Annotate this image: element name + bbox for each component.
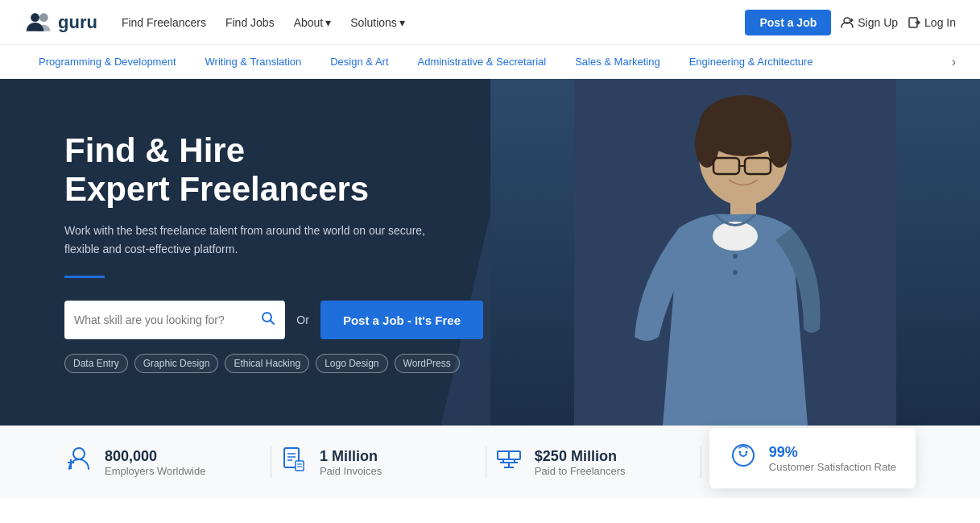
search-input[interactable] xyxy=(74,313,261,326)
tag-graphic-design[interactable]: Graphic Design xyxy=(134,354,219,373)
svg-point-0 xyxy=(31,13,39,22)
svg-point-38 xyxy=(738,451,741,454)
stat-satisfaction-label: Customer Satisfaction Rate xyxy=(769,461,896,473)
stat-invoices-text: 1 Million Paid Invoices xyxy=(320,448,382,477)
nav-solutions[interactable]: Solutions ▾ xyxy=(350,16,405,29)
post-job-nav-button[interactable]: Post a Job xyxy=(745,10,831,35)
stat-freelancers-label: Paid to Freelancers xyxy=(535,465,626,477)
header-actions: Post a Job Sign Up Log In xyxy=(745,10,956,35)
svg-point-20 xyxy=(73,448,85,459)
svg-rect-27 xyxy=(296,461,304,471)
svg-point-39 xyxy=(745,451,747,454)
nav-find-freelancers[interactable]: Find Freelancers xyxy=(122,16,206,29)
category-engineering[interactable]: Engineering & Architecture xyxy=(675,56,828,68)
freelancers-icon xyxy=(494,445,523,479)
svg-line-19 xyxy=(271,320,275,324)
stat-employers-number: 800,000 xyxy=(105,448,205,465)
about-dropdown-icon: ▾ xyxy=(325,16,331,29)
stats-bar: 800,000 Employers Worldwide 1 Million Pa… xyxy=(0,425,980,498)
employers-icon xyxy=(64,445,93,479)
svg-rect-31 xyxy=(509,451,520,459)
login-button[interactable]: Log In xyxy=(908,16,956,29)
search-row: Or Post a Job - It's Free xyxy=(64,301,483,339)
stat-invoices-label: Paid Invoices xyxy=(320,465,382,477)
category-design[interactable]: Design & Art xyxy=(316,56,403,68)
category-sales[interactable]: Sales & Marketing xyxy=(560,56,675,68)
search-box xyxy=(64,301,285,339)
logo[interactable]: guru xyxy=(24,8,97,37)
svg-point-16 xyxy=(733,254,738,259)
logo-text: guru xyxy=(58,12,97,33)
svg-point-37 xyxy=(733,445,754,466)
solutions-dropdown-icon: ▾ xyxy=(399,16,405,29)
hero-divider xyxy=(64,276,105,278)
hero-image xyxy=(490,79,981,425)
tag-wordpress[interactable]: WordPress xyxy=(395,354,460,373)
invoices-icon xyxy=(279,445,308,479)
header: guru Find Freelancers Find Jobs About ▾ … xyxy=(0,0,980,45)
hero-title: Find & Hire Expert Freelancers xyxy=(64,131,483,210)
search-tags: Data Entry Graphic Design Ethical Hackin… xyxy=(64,354,483,373)
search-icon xyxy=(261,311,275,326)
hero-content: Find & Hire Expert Freelancers Work with… xyxy=(0,83,483,421)
tag-logo-design[interactable]: Logo Design xyxy=(316,354,387,373)
nav-find-jobs[interactable]: Find Jobs xyxy=(225,16,275,29)
stat-freelancers-number: $250 Million xyxy=(535,448,626,465)
stat-satisfaction-text: 99% Customer Satisfaction Rate xyxy=(769,444,896,473)
stat-employers-text: 800,000 Employers Worldwide xyxy=(105,448,205,477)
stat-satisfaction-number: 99% xyxy=(769,444,896,461)
stat-satisfaction: 99% Customer Satisfaction Rate xyxy=(709,428,916,488)
stat-divider-1 xyxy=(271,446,271,479)
search-icon-button[interactable] xyxy=(261,311,275,330)
stat-freelancers-text: $250 Million Paid to Freelancers xyxy=(535,448,626,477)
category-admin[interactable]: Administrative & Secretarial xyxy=(403,56,561,68)
categories-more-icon[interactable]: › xyxy=(952,55,956,69)
main-nav: Find Freelancers Find Jobs About ▾ Solut… xyxy=(122,16,746,29)
stat-divider-2 xyxy=(486,446,486,479)
stat-invoices: 1 Million Paid Invoices xyxy=(279,445,478,479)
svg-point-17 xyxy=(733,270,738,275)
svg-rect-30 xyxy=(498,451,509,459)
svg-point-1 xyxy=(39,13,48,22)
stat-invoices-number: 1 Million xyxy=(320,448,382,465)
satisfaction-icon xyxy=(729,441,758,475)
hero-section: Find & Hire Expert Freelancers Work with… xyxy=(0,79,980,425)
category-writing[interactable]: Writing & Translation xyxy=(191,56,316,68)
tag-data-entry[interactable]: Data Entry xyxy=(64,354,128,373)
post-job-hero-button[interactable]: Post a Job - It's Free xyxy=(320,301,483,339)
stat-employers: 800,000 Employers Worldwide xyxy=(64,445,263,479)
signup-button[interactable]: Sign Up xyxy=(841,16,898,29)
hero-subtitle: Work with the best freelance talent from… xyxy=(64,222,435,258)
stat-divider-3 xyxy=(701,446,701,479)
hero-person-svg xyxy=(574,79,896,425)
tag-ethical-hacking[interactable]: Ethical Hacking xyxy=(225,354,309,373)
category-programming[interactable]: Programming & Development xyxy=(24,56,191,68)
svg-point-9 xyxy=(695,119,719,168)
stat-freelancers: $250 Million Paid to Freelancers xyxy=(494,445,693,479)
stat-employers-label: Employers Worldwide xyxy=(105,465,205,477)
signup-icon xyxy=(841,16,854,29)
login-icon xyxy=(908,16,920,29)
categories-bar: Programming & Development Writing & Tran… xyxy=(0,45,980,79)
nav-about[interactable]: About ▾ xyxy=(294,16,332,29)
or-label: Or xyxy=(296,313,309,326)
